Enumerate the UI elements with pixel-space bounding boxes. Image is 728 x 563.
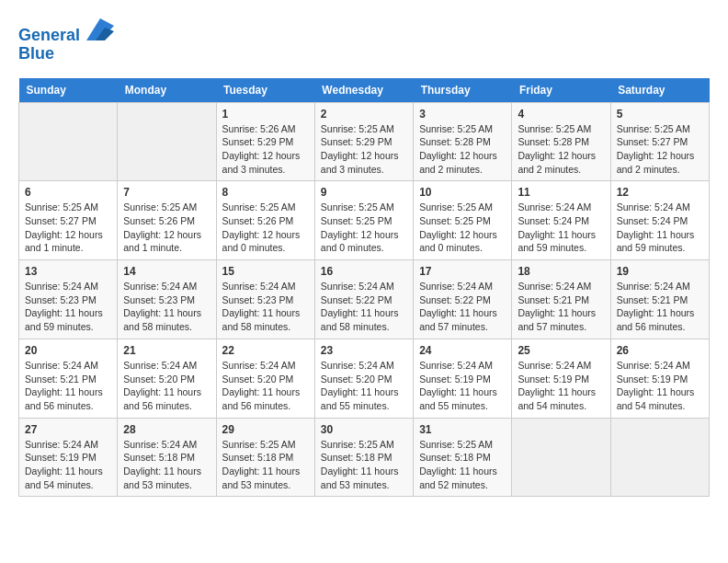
- calendar-body: 1Sunrise: 5:26 AM Sunset: 5:29 PM Daylig…: [19, 102, 710, 497]
- day-number: 29: [222, 423, 309, 436]
- day-number: 10: [419, 186, 506, 199]
- calendar-cell: 1Sunrise: 5:26 AM Sunset: 5:29 PM Daylig…: [216, 102, 314, 181]
- calendar-week-row: 27Sunrise: 5:24 AM Sunset: 5:19 PM Dayli…: [19, 418, 710, 497]
- day-info: Sunrise: 5:24 AM Sunset: 5:24 PM Dayligh…: [617, 201, 703, 255]
- weekday-header: Sunday: [19, 78, 118, 103]
- calendar-cell: 31Sunrise: 5:25 AM Sunset: 5:18 PM Dayli…: [414, 418, 512, 497]
- day-number: 15: [222, 265, 309, 278]
- day-info: Sunrise: 5:24 AM Sunset: 5:19 PM Dayligh…: [518, 359, 604, 413]
- day-info: Sunrise: 5:24 AM Sunset: 5:20 PM Dayligh…: [222, 359, 309, 413]
- calendar-cell: 15Sunrise: 5:24 AM Sunset: 5:23 PM Dayli…: [216, 260, 314, 339]
- day-number: 1: [222, 108, 309, 121]
- calendar-cell: 23Sunrise: 5:24 AM Sunset: 5:20 PM Dayli…: [314, 339, 413, 418]
- calendar-cell: 4Sunrise: 5:25 AM Sunset: 5:28 PM Daylig…: [512, 102, 610, 181]
- day-info: Sunrise: 5:26 AM Sunset: 5:29 PM Dayligh…: [222, 122, 309, 177]
- day-number: 25: [518, 344, 604, 357]
- calendar-cell: 14Sunrise: 5:24 AM Sunset: 5:23 PM Dayli…: [118, 260, 216, 339]
- day-info: Sunrise: 5:24 AM Sunset: 5:22 PM Dayligh…: [321, 280, 407, 334]
- calendar-cell: 17Sunrise: 5:24 AM Sunset: 5:22 PM Dayli…: [414, 260, 512, 339]
- day-number: 17: [419, 265, 506, 278]
- day-number: 5: [617, 108, 703, 121]
- weekday-header: Wednesday: [314, 78, 413, 103]
- day-number: 3: [419, 108, 506, 121]
- day-number: 11: [518, 186, 604, 199]
- logo: General Blue: [18, 18, 116, 63]
- day-info: Sunrise: 5:24 AM Sunset: 5:23 PM Dayligh…: [25, 280, 111, 334]
- weekday-header: Tuesday: [216, 78, 314, 103]
- day-info: Sunrise: 5:25 AM Sunset: 5:18 PM Dayligh…: [419, 438, 506, 492]
- day-info: Sunrise: 5:25 AM Sunset: 5:18 PM Dayligh…: [222, 438, 309, 492]
- day-number: 7: [123, 186, 210, 199]
- calendar-cell: 9Sunrise: 5:25 AM Sunset: 5:25 PM Daylig…: [314, 181, 413, 260]
- day-info: Sunrise: 5:24 AM Sunset: 5:23 PM Dayligh…: [123, 280, 210, 334]
- day-info: Sunrise: 5:24 AM Sunset: 5:19 PM Dayligh…: [25, 438, 111, 492]
- calendar-cell: 7Sunrise: 5:25 AM Sunset: 5:26 PM Daylig…: [118, 181, 216, 260]
- day-info: Sunrise: 5:24 AM Sunset: 5:19 PM Dayligh…: [617, 359, 703, 413]
- calendar-cell: 16Sunrise: 5:24 AM Sunset: 5:22 PM Dayli…: [314, 260, 413, 339]
- day-info: Sunrise: 5:24 AM Sunset: 5:21 PM Dayligh…: [25, 359, 111, 413]
- calendar-cell: 2Sunrise: 5:25 AM Sunset: 5:29 PM Daylig…: [314, 102, 413, 181]
- day-info: Sunrise: 5:24 AM Sunset: 5:19 PM Dayligh…: [419, 359, 506, 413]
- day-number: 22: [222, 344, 309, 357]
- calendar-cell: 20Sunrise: 5:24 AM Sunset: 5:21 PM Dayli…: [19, 339, 118, 418]
- day-number: 19: [617, 265, 703, 278]
- calendar-cell: 24Sunrise: 5:24 AM Sunset: 5:19 PM Dayli…: [414, 339, 512, 418]
- day-number: 4: [518, 108, 604, 121]
- calendar-cell: 8Sunrise: 5:25 AM Sunset: 5:26 PM Daylig…: [216, 181, 314, 260]
- calendar-week-row: 20Sunrise: 5:24 AM Sunset: 5:21 PM Dayli…: [19, 339, 710, 418]
- day-info: Sunrise: 5:24 AM Sunset: 5:23 PM Dayligh…: [222, 280, 309, 334]
- day-number: 21: [123, 344, 210, 357]
- day-number: 20: [25, 344, 111, 357]
- calendar-cell: [512, 418, 610, 497]
- calendar-cell: 5Sunrise: 5:25 AM Sunset: 5:27 PM Daylig…: [610, 102, 709, 181]
- logo-icon: [86, 18, 114, 40]
- day-number: 26: [617, 344, 703, 357]
- day-info: Sunrise: 5:25 AM Sunset: 5:27 PM Dayligh…: [617, 122, 703, 177]
- calendar-cell: 25Sunrise: 5:24 AM Sunset: 5:19 PM Dayli…: [512, 339, 610, 418]
- day-info: Sunrise: 5:25 AM Sunset: 5:18 PM Dayligh…: [321, 438, 407, 492]
- day-number: 23: [321, 344, 407, 357]
- day-info: Sunrise: 5:24 AM Sunset: 5:22 PM Dayligh…: [419, 280, 506, 334]
- calendar-cell: 27Sunrise: 5:24 AM Sunset: 5:19 PM Dayli…: [19, 418, 118, 497]
- day-number: 24: [419, 344, 506, 357]
- calendar-cell: 18Sunrise: 5:24 AM Sunset: 5:21 PM Dayli…: [512, 260, 610, 339]
- calendar-week-row: 1Sunrise: 5:26 AM Sunset: 5:29 PM Daylig…: [19, 102, 710, 181]
- calendar-cell: 11Sunrise: 5:24 AM Sunset: 5:24 PM Dayli…: [512, 181, 610, 260]
- calendar-week-row: 6Sunrise: 5:25 AM Sunset: 5:27 PM Daylig…: [19, 181, 710, 260]
- day-number: 6: [25, 186, 111, 199]
- calendar-cell: 6Sunrise: 5:25 AM Sunset: 5:27 PM Daylig…: [19, 181, 118, 260]
- day-info: Sunrise: 5:24 AM Sunset: 5:20 PM Dayligh…: [321, 359, 407, 413]
- calendar-week-row: 13Sunrise: 5:24 AM Sunset: 5:23 PM Dayli…: [19, 260, 710, 339]
- day-info: Sunrise: 5:25 AM Sunset: 5:26 PM Dayligh…: [222, 201, 309, 255]
- calendar-table: SundayMondayTuesdayWednesdayThursdayFrid…: [18, 78, 710, 498]
- day-info: Sunrise: 5:25 AM Sunset: 5:25 PM Dayligh…: [321, 201, 407, 255]
- day-info: Sunrise: 5:24 AM Sunset: 5:24 PM Dayligh…: [518, 201, 604, 255]
- day-info: Sunrise: 5:24 AM Sunset: 5:20 PM Dayligh…: [123, 359, 210, 413]
- day-info: Sunrise: 5:25 AM Sunset: 5:25 PM Dayligh…: [419, 201, 506, 255]
- calendar-cell: 3Sunrise: 5:25 AM Sunset: 5:28 PM Daylig…: [414, 102, 512, 181]
- weekday-header: Monday: [118, 78, 216, 103]
- calendar-cell: 22Sunrise: 5:24 AM Sunset: 5:20 PM Dayli…: [216, 339, 314, 418]
- day-number: 16: [321, 265, 407, 278]
- calendar-cell: 19Sunrise: 5:24 AM Sunset: 5:21 PM Dayli…: [610, 260, 709, 339]
- calendar-cell: 21Sunrise: 5:24 AM Sunset: 5:20 PM Dayli…: [118, 339, 216, 418]
- calendar-cell: [610, 418, 709, 497]
- logo-blue-text: Blue: [18, 45, 116, 63]
- calendar-cell: 12Sunrise: 5:24 AM Sunset: 5:24 PM Dayli…: [610, 181, 709, 260]
- day-info: Sunrise: 5:25 AM Sunset: 5:29 PM Dayligh…: [321, 122, 407, 177]
- day-info: Sunrise: 5:24 AM Sunset: 5:21 PM Dayligh…: [617, 280, 703, 334]
- calendar-cell: [118, 102, 216, 181]
- weekday-header: Saturday: [610, 78, 709, 103]
- calendar-cell: 26Sunrise: 5:24 AM Sunset: 5:19 PM Dayli…: [610, 339, 709, 418]
- day-number: 14: [123, 265, 210, 278]
- day-info: Sunrise: 5:25 AM Sunset: 5:27 PM Dayligh…: [25, 201, 111, 255]
- day-number: 2: [321, 108, 407, 121]
- day-number: 18: [518, 265, 604, 278]
- calendar-cell: 10Sunrise: 5:25 AM Sunset: 5:25 PM Dayli…: [414, 181, 512, 260]
- calendar-cell: 28Sunrise: 5:24 AM Sunset: 5:18 PM Dayli…: [118, 418, 216, 497]
- day-info: Sunrise: 5:25 AM Sunset: 5:28 PM Dayligh…: [419, 122, 506, 177]
- day-number: 8: [222, 186, 309, 199]
- calendar-cell: 13Sunrise: 5:24 AM Sunset: 5:23 PM Dayli…: [19, 260, 118, 339]
- logo-text: General: [18, 18, 116, 45]
- calendar-header-row: SundayMondayTuesdayWednesdayThursdayFrid…: [19, 78, 710, 103]
